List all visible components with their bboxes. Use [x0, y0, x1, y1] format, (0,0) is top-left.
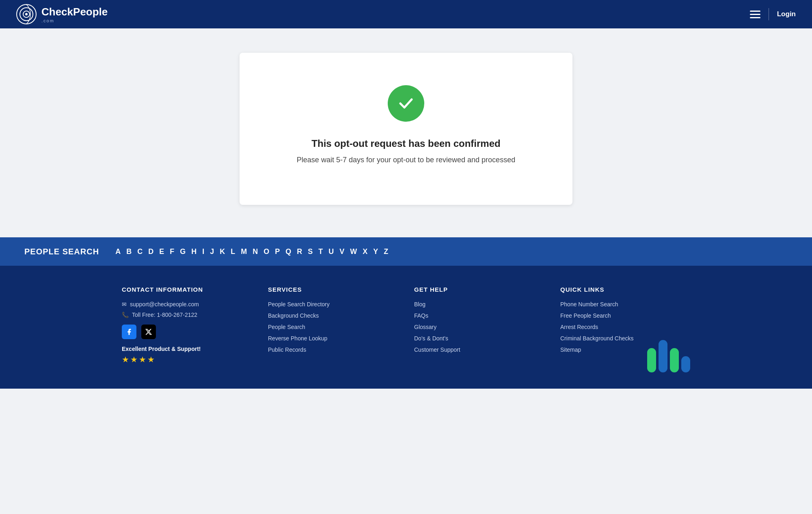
footer-help-link[interactable]: Do's & Dont's	[414, 335, 544, 342]
star-rating: ★ ★ ★ ★	[122, 355, 252, 364]
svg-point-3	[25, 13, 28, 15]
header-divider	[769, 8, 769, 20]
twitter-x-icon[interactable]	[141, 325, 156, 339]
logo-icon	[16, 4, 37, 24]
contact-phone: 📞 Toll Free: 1-800-267-2122	[122, 312, 252, 318]
alpha-letter-F[interactable]: F	[170, 247, 174, 256]
alpha-letter-W[interactable]: W	[350, 247, 357, 256]
people-search-bar: PEOPLE SEARCH ABCDEFGHIJKLMNOPQRSTUVWXYZ	[0, 237, 812, 266]
footer-decoration	[647, 340, 690, 372]
footer-grid: CONTACT INFORMATION ✉ support@checkpeopl…	[122, 286, 690, 364]
phone-icon: 📞	[122, 312, 129, 318]
facebook-icon[interactable]	[122, 325, 136, 339]
alpha-letter-G[interactable]: G	[180, 247, 186, 256]
footer-service-link[interactable]: People Search Directory	[268, 301, 398, 308]
contact-email: ✉ support@checkpeople.com	[122, 301, 252, 308]
footer-contact: CONTACT INFORMATION ✉ support@checkpeopl…	[122, 286, 252, 364]
site-footer: CONTACT INFORMATION ✉ support@checkpeopl…	[0, 266, 812, 389]
alpha-letter-C[interactable]: C	[137, 247, 143, 256]
alpha-letter-H[interactable]: H	[191, 247, 197, 256]
footer-service-link[interactable]: Reverse Phone Lookup	[268, 335, 398, 342]
main-content: This opt-out request has been confirmed …	[0, 28, 812, 237]
get-help-links: BlogFAQsGlossaryDo's & Dont'sCustomer Su…	[414, 301, 544, 353]
footer-help-link[interactable]: Customer Support	[414, 346, 544, 353]
hamburger-menu[interactable]	[750, 11, 760, 18]
alpha-letter-I[interactable]: I	[202, 247, 204, 256]
services-title: SERVICES	[268, 286, 398, 293]
get-help-title: GET HELP	[414, 286, 544, 293]
alpha-letter-D[interactable]: D	[148, 247, 153, 256]
alpha-letter-L[interactable]: L	[231, 247, 235, 256]
social-links	[122, 325, 252, 339]
site-header: CheckPeople .com Login	[0, 0, 812, 28]
people-search-label: PEOPLE SEARCH	[24, 247, 99, 256]
footer-get-help: GET HELP BlogFAQsGlossaryDo's & Dont'sCu…	[414, 286, 544, 364]
alpha-letter-A[interactable]: A	[115, 247, 121, 256]
logo-text: CheckPeople .com	[41, 6, 108, 23]
header-right: Login	[750, 8, 796, 20]
footer-help-link[interactable]: FAQs	[414, 312, 544, 319]
alphabet-nav: ABCDEFGHIJKLMNOPQRSTUVWXYZ	[115, 247, 388, 256]
contact-title: CONTACT INFORMATION	[122, 286, 252, 293]
alpha-letter-Z[interactable]: Z	[384, 247, 388, 256]
services-links: People Search DirectoryBackground Checks…	[268, 301, 398, 353]
footer-quick-link[interactable]: Free People Search	[560, 312, 690, 319]
alpha-letter-T[interactable]: T	[318, 247, 323, 256]
email-icon: ✉	[122, 301, 127, 308]
footer-quick-link[interactable]: Phone Number Search	[560, 301, 690, 308]
confirmation-title: This opt-out request has been confirmed	[311, 138, 500, 149]
alpha-letter-X[interactable]: X	[363, 247, 367, 256]
quick-links-title: QUICK LINKS	[560, 286, 690, 293]
alpha-letter-M[interactable]: M	[241, 247, 247, 256]
login-button[interactable]: Login	[777, 10, 796, 18]
footer-quick-links: QUICK LINKS Phone Number SearchFree Peop…	[560, 286, 690, 364]
footer-quick-link[interactable]: Arrest Records	[560, 324, 690, 330]
confirmation-card: This opt-out request has been confirmed …	[240, 53, 572, 205]
confirmation-subtitle: Please wait 5-7 days for your opt-out to…	[297, 156, 515, 164]
alpha-letter-E[interactable]: E	[159, 247, 164, 256]
alpha-letter-K[interactable]: K	[220, 247, 225, 256]
alpha-letter-Q[interactable]: Q	[285, 247, 291, 256]
success-icon	[388, 85, 424, 122]
alpha-letter-O[interactable]: O	[263, 247, 269, 256]
footer-help-link[interactable]: Blog	[414, 301, 544, 308]
alpha-letter-U[interactable]: U	[328, 247, 334, 256]
alpha-letter-J[interactable]: J	[210, 247, 214, 256]
footer-services: SERVICES People Search DirectoryBackgrou…	[268, 286, 398, 364]
footer-service-link[interactable]: People Search	[268, 324, 398, 330]
alpha-letter-N[interactable]: N	[253, 247, 258, 256]
alpha-letter-S[interactable]: S	[308, 247, 313, 256]
alpha-letter-Y[interactable]: Y	[373, 247, 378, 256]
footer-service-link[interactable]: Background Checks	[268, 312, 398, 319]
alpha-letter-B[interactable]: B	[126, 247, 132, 256]
rating-text: Excellent Product & Support!	[122, 346, 252, 352]
alpha-letter-P[interactable]: P	[275, 247, 280, 256]
logo-area[interactable]: CheckPeople .com	[16, 4, 108, 24]
footer-service-link[interactable]: Public Records	[268, 346, 398, 353]
alpha-letter-V[interactable]: V	[339, 247, 344, 256]
footer-help-link[interactable]: Glossary	[414, 324, 544, 330]
alpha-letter-R[interactable]: R	[297, 247, 302, 256]
